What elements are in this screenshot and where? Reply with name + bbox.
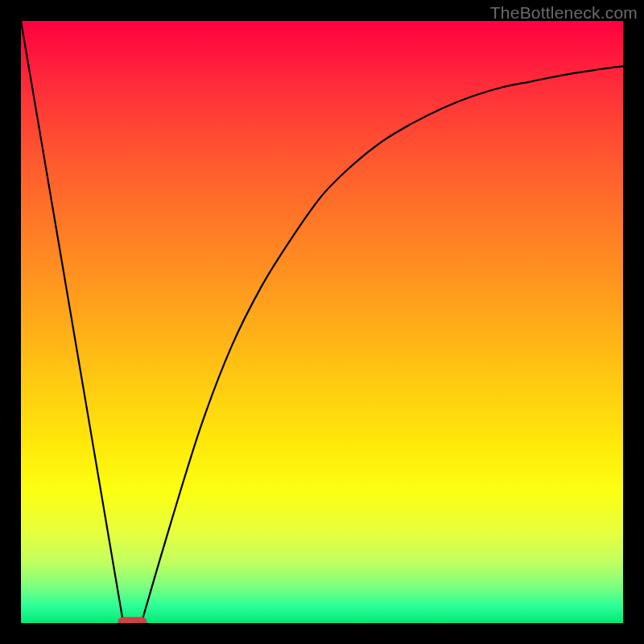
chart-svg (21, 21, 623, 623)
right-curve-path (142, 66, 623, 623)
left-line-path (21, 21, 123, 623)
min-marker (118, 617, 147, 624)
chart-plot-area (21, 21, 623, 623)
watermark-text: TheBottleneck.com (490, 3, 638, 23)
chart-frame: TheBottleneck.com (0, 0, 644, 644)
